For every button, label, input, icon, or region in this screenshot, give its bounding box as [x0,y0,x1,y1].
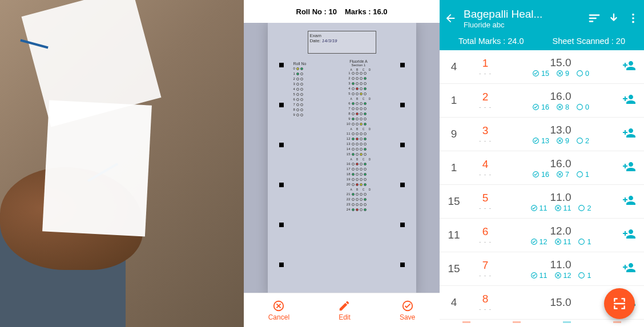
stat-correct: 12 [530,238,548,246]
stat-correct: 11 [530,204,548,212]
row-left-num: 9 [442,128,466,140]
svg-point-19 [579,205,585,211]
photo-panel [0,0,244,327]
stat-correct: 16 [532,103,549,111]
add-user-button[interactable] [620,261,638,277]
add-user-button[interactable] [620,160,638,176]
stat-blank: 2 [578,204,591,212]
row-left-num: 15 [442,263,466,275]
row-left-num: 1 [442,94,466,107]
stat-correct: 15 [532,70,549,78]
bottom-nav-hint [440,321,644,327]
stat-correct: 11 [530,272,548,280]
row-index: 2- - - [469,91,501,110]
row-left-num: 4 [442,60,466,73]
save-button[interactable]: Save [400,300,415,321]
omr-sheet: Exam Date: 14/3/19 Roll No 0 1 2 3 [268,23,416,293]
back-button[interactable] [444,12,457,25]
svg-point-4 [632,21,634,23]
row-marks: 16.01671 [505,158,617,179]
add-user-button[interactable] [620,92,638,108]
results-panel: Bagepalli Heal... Fluoride abc Total Mar… [440,0,644,327]
row-marks: 15.01590 [505,56,617,78]
total-marks: Total Marks : 24.0 [458,37,524,46]
row-marks: 15.0 [505,296,617,309]
appbar: Bagepalli Heal... Fluoride abc Total Mar… [440,0,644,50]
stat-wrong: 9 [556,70,569,78]
row-index: 6- - - [469,225,501,245]
add-user-button[interactable] [620,59,638,75]
row-marks: 13.01392 [505,124,617,145]
omr-datebox: Exam Date: 14/3/19 [308,31,376,54]
row-index: 7- - - [469,259,501,278]
add-user-button[interactable] [620,227,638,243]
stat-blank: 1 [578,238,591,246]
svg-point-25 [579,273,585,278]
more-button[interactable] [627,12,639,25]
photo-arm [0,167,143,270]
add-user-button[interactable] [620,193,638,209]
omr-answer-col: Fluoride A Section 1 A B C D 12345A B C … [345,59,373,213]
edit-button[interactable]: Edit [338,300,351,321]
appbar-summary: Total Marks : 24.0 Sheet Scanned : 20 [444,33,639,50]
stat-correct: 13 [532,137,549,145]
photo-pen2 [20,39,48,49]
result-row[interactable]: 41- - -15.01590 [440,50,644,84]
result-row[interactable]: 12- - -16.01680 [440,84,644,118]
save-icon [401,300,414,312]
roll-label: Roll No : 10 [296,7,337,16]
cancel-icon [272,300,285,312]
photo-pen [87,163,118,181]
row-index: 1- - - [469,57,501,76]
result-row[interactable]: 155- - -11.011112 [440,185,644,219]
row-left-num: 4 [442,296,466,309]
row-marks: 11.011121 [505,259,617,280]
marks-label: Marks : 16.0 [345,7,387,16]
result-row[interactable]: 157- - -11.011121 [440,252,644,286]
row-index: 8- - - [469,293,501,312]
result-row[interactable]: 116- - -12.012111 [440,219,644,252]
download-button[interactable] [607,12,620,25]
cancel-button[interactable]: Cancel [268,300,289,321]
results-list[interactable]: 41- - -15.0159012- - -16.0168093- - -13.… [440,50,644,327]
omr-rollno-col: Roll No 0 1 2 3 4 5 6 7 8 9 [293,62,307,118]
more-vert-icon [627,12,639,25]
omr-panel: Roll No : 10 Marks : 16.0 Exam Date: 14/… [244,0,440,327]
row-marks: 12.012111 [505,225,617,246]
down-arrow-icon [607,12,620,25]
stat-blank: 1 [578,272,591,280]
row-left-num: 15 [442,195,466,208]
sort-button[interactable] [588,12,601,25]
svg-point-7 [577,71,583,76]
add-user-button[interactable] [620,126,638,142]
omr-image-area[interactable]: Exam Date: 14/3/19 Roll No 0 1 2 3 [244,23,440,293]
scan-icon [612,296,627,311]
omr-footer: Cancel Edit Save [244,293,440,327]
row-marks: 16.01680 [505,90,617,111]
stat-wrong: 9 [556,137,569,145]
scan-fab[interactable] [604,288,635,319]
stat-wrong: 11 [554,238,571,246]
result-row[interactable]: 14- - -16.01671 [440,151,644,185]
row-index: 5- - - [469,192,501,211]
row-index: 3- - - [469,124,501,144]
sheet-scanned: Sheet Scanned : 20 [553,37,625,46]
row-left-num: 1 [442,162,466,174]
omr-header: Roll No : 10 Marks : 16.0 [244,0,440,23]
svg-point-16 [577,172,583,177]
stat-blank: 1 [576,171,589,179]
sort-icon [588,12,601,25]
stat-blank: 2 [576,137,589,145]
svg-point-2 [632,14,634,16]
stat-wrong: 8 [556,103,569,111]
back-arrow-icon [444,12,457,25]
stat-blank: 0 [576,70,589,78]
stat-wrong: 11 [554,204,571,212]
stat-wrong: 7 [556,171,569,179]
appbar-title: Bagepalli Heal... Fluoride abc [464,8,581,29]
stat-correct: 16 [532,171,549,179]
result-row[interactable]: 93- - -13.01392 [440,118,644,151]
svg-point-13 [577,138,583,144]
svg-point-10 [577,104,583,110]
row-marks: 11.011112 [505,191,617,212]
